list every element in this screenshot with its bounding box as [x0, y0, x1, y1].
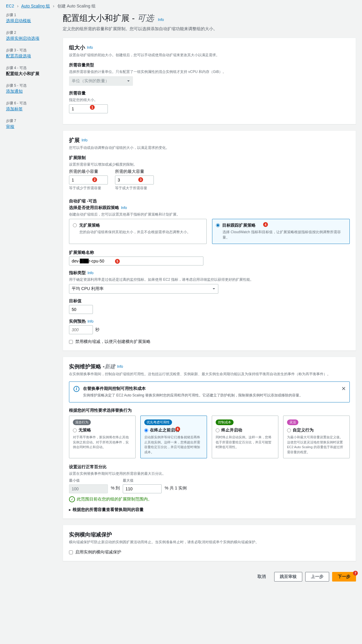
- pct-suffix: % 共 1 实例: [165, 486, 187, 491]
- marker-4: 4: [263, 222, 268, 227]
- warmup-label: 实例预热: [69, 319, 86, 324]
- step-7-link[interactable]: 审核: [6, 124, 14, 129]
- b3-title: 自定义行为: [293, 428, 314, 433]
- group-size-desc: 设置自动扩缩组的初始大小。创建组后，您可以手动或使用自动扩缩来更改其大小以满足需…: [69, 52, 350, 58]
- panel-scaling: 扩展 Info 您可以手动或自动调整自动扩缩组的大小，以满足需求的变化。 扩展限…: [63, 130, 356, 351]
- expand-capacity[interactable]: 根据您的所需容量查看替换期间的容量: [69, 507, 350, 512]
- disable-scalein-checkbox[interactable]: [69, 340, 73, 344]
- maint-info[interactable]: Info: [117, 364, 123, 369]
- warmup-unit: 秒: [95, 327, 99, 332]
- pct-title: 设置运行正常百分比: [69, 464, 350, 470]
- radio-b1[interactable]: [144, 428, 148, 432]
- b1-desc: 启动新实例并等待它们准备就绪后再终止其他实例。这样一来，您将超出所需容量给定百分…: [144, 435, 203, 454]
- min-input[interactable]: [69, 176, 108, 184]
- b3-desc: 为最小和最大可用容量设置自定义值。这使您可以更灵活地在替换实例时设置 EC2 A…: [287, 435, 346, 454]
- marker-3: 3: [138, 177, 143, 182]
- disable-scalein-row[interactable]: 禁用横向缩减，以便只创建横向扩展策略: [69, 339, 350, 344]
- protect-desc: 横向缩减保护可防止新启动的实例因扩展活动而终止。当实例准备终止时，请务必取消对组…: [69, 539, 350, 545]
- pct-hint: 设置在实例替换事件期间可以使用的所需容量的最大百分比。: [69, 471, 350, 476]
- protect-title: 实例横向缩减保护: [69, 531, 350, 538]
- step-1-link[interactable]: 选择启动模板: [6, 18, 31, 23]
- step-6-link[interactable]: 添加标签: [6, 106, 23, 111]
- auto-title: 自动扩缩 -: [69, 199, 88, 204]
- step-3-link[interactable]: 配置高级选项: [6, 54, 31, 58]
- panel-protect: 实例横向缩减保护 横向缩减保护可防止新启动的实例因扩展活动而终止。当实例准备终止…: [63, 525, 356, 561]
- panel-maintenance: 实例维护策略 - 新建 Info 在实例替换事件期间，控制自动扩缩组的可用性。这…: [63, 357, 356, 519]
- radio-tt-policy[interactable]: [216, 223, 220, 227]
- radio-b3[interactable]: [287, 428, 291, 432]
- behavior-terminate-launch[interactable]: 控制成本 终止并启动 同时终止和启动实例。这样一来，您将低于所需容量给定百分比，…: [212, 416, 278, 458]
- behavior-launch-first[interactable]: 优先考虑可用性 6 在终止之前启动 启动新实例并等待它们准备就绪后再终止其他实例…: [140, 416, 207, 458]
- auto-sub-info[interactable]: Info: [121, 206, 127, 210]
- b1-title: 在终止之前启动: [150, 428, 179, 433]
- wizard-steps: 步骤 1选择启动模板 步骤 2选择实例启动选项 步骤 3 - 可选配置高级选项 …: [6, 13, 63, 586]
- metric-info[interactable]: Info: [88, 271, 93, 275]
- alert-title: 在替换事件期间控制可用性和成本: [83, 386, 303, 391]
- page-desc: 定义您的组所需的容量和扩展限制。您可以选择添加自动扩缩功能来调整组的大小。: [63, 26, 356, 32]
- protect-checkbox[interactable]: [69, 550, 73, 554]
- maint-title: 实例维护策略 -: [69, 363, 105, 370]
- desired-input[interactable]: [69, 104, 108, 113]
- wizard-footer: 取消 跳至审核 上一步 下一步 7: [63, 567, 356, 586]
- metric-select[interactable]: 平均 CPU 利用率: [69, 284, 218, 294]
- policy-name-input[interactable]: [69, 257, 203, 265]
- step-2-link[interactable]: 选择实例启动选项: [6, 36, 39, 41]
- maint-desc: 在实例替换事件期间，控制自动扩缩组的可用性。这包括运行状况检查、实例刷新、最大实…: [69, 371, 350, 377]
- policy-name-label: 扩展策略名称: [69, 250, 350, 255]
- no-policy-desc: 您的自动扩缩组将保持其初始大小，并且不会根据需求动态调整大小。: [79, 229, 203, 235]
- step-3-label: 步骤 3 - 可选: [6, 48, 63, 53]
- scaling-info[interactable]: Info: [82, 138, 88, 142]
- choose-behavior-label: 根据您的可用性要求选择替换行为: [69, 408, 350, 413]
- tt-policy-desc: 选择 CloudWatch 指标和目标值，让扩展策略根据指标值按比例调整所需容量…: [223, 229, 346, 240]
- skip-button[interactable]: 跳至审核: [274, 572, 302, 582]
- prev-button[interactable]: 上一步: [305, 572, 329, 582]
- metric-hint: 用于确定资源利用率是过低还是过高的监控指标。如果使用 EC2 指标，请考虑启用详…: [69, 277, 350, 282]
- crumb-asg[interactable]: Auto Scaling 组: [21, 4, 50, 8]
- step-4-link: 配置组大小和扩展: [6, 71, 39, 76]
- pct-to: % 到: [111, 486, 120, 491]
- badge-cost: 控制成本: [216, 419, 234, 425]
- scaling-desc: 您可以手动或自动调整自动扩缩组的大小，以满足需求的变化。: [69, 145, 350, 150]
- target-input[interactable]: [69, 305, 93, 314]
- pct-max-label: 最大值: [123, 478, 162, 483]
- warmup-input[interactable]: [69, 325, 93, 334]
- min-help: 等于或少于所需容量: [69, 186, 108, 191]
- pct-max-input[interactable]: [123, 484, 162, 493]
- radio-b2[interactable]: [216, 428, 220, 432]
- step-2-label: 步骤 2: [6, 30, 63, 35]
- max-input[interactable]: [115, 176, 154, 184]
- close-icon[interactable]: ✕: [341, 385, 346, 392]
- tile-tt-policy[interactable]: 目标跟踪扩展策略 选择 CloudWatch 指标和目标值，让扩展策略根据指标值…: [212, 219, 350, 244]
- crumb-ec2[interactable]: EC2: [6, 4, 14, 8]
- marker-2: 2: [92, 177, 97, 182]
- step-5-link[interactable]: 添加通知: [6, 89, 23, 94]
- badge-availability: 优先考虑可用性: [144, 419, 172, 425]
- cancel-button[interactable]: 取消: [252, 572, 271, 582]
- cap-type-label: 所需容量类型: [69, 62, 350, 68]
- page-info-link[interactable]: Info: [158, 18, 164, 22]
- radio-no-policy[interactable]: [73, 223, 77, 227]
- disable-scalein-label: 禁用横向缩减，以便只创建横向扩展策略: [75, 339, 151, 344]
- pct-min-input: [69, 484, 108, 493]
- maint-new: 新建: [105, 363, 115, 370]
- tile-no-policy[interactable]: 无扩展策略 您的自动扩缩组将保持其初始大小，并且不会根据需求动态调整大小。: [69, 219, 207, 244]
- next-button[interactable]: 下一步: [332, 572, 356, 582]
- scaling-title: 扩展: [69, 137, 80, 144]
- chevron-right-icon: ›: [17, 4, 19, 8]
- radio-b0[interactable]: [73, 428, 77, 432]
- pct-ok-msg: 此范围目前在您的组的扩展限制范围内。: [69, 496, 350, 502]
- behavior-no-policy[interactable]: 混合行为 无策略 对于再平衡事件，新实例将在终止其他实例之前启动。对于所有其他事…: [69, 416, 136, 458]
- b2-desc: 同时终止和启动实例。这样一来，您将低于所需容量给定百分比，并且可能暂时降低可用性…: [216, 435, 274, 450]
- warmup-info[interactable]: Info: [88, 319, 93, 323]
- b2-title: 终止并启动: [221, 428, 242, 433]
- step-6-label: 步骤 6 - 可选: [6, 101, 63, 106]
- desired-hint: 指定您的组大小。: [69, 97, 350, 103]
- protect-row[interactable]: 启用实例的横向缩减保护: [69, 550, 350, 555]
- min-label: 所需的最小容量: [69, 169, 108, 174]
- protect-label: 启用实例的横向缩减保护: [75, 550, 121, 555]
- behavior-custom[interactable]: 灵活 自定义行为 为最小和最大可用容量设置自定义值。这使您可以更灵活地在替换实例…: [283, 416, 350, 458]
- group-size-info[interactable]: Info: [87, 45, 93, 50]
- breadcrumb: EC2 › Auto Scaling 组 › 创建 Auto Scaling 组: [0, 0, 362, 13]
- max-label: 所需的最大容量: [115, 169, 154, 174]
- step-7-label: 步骤 7: [6, 118, 63, 123]
